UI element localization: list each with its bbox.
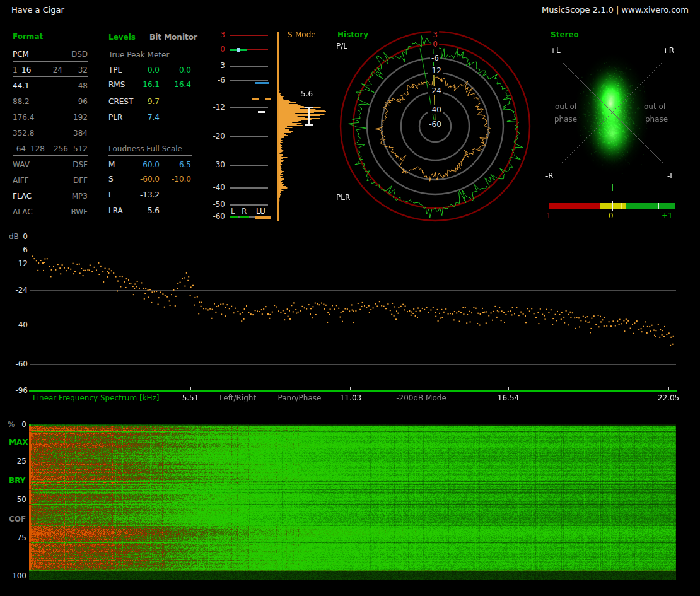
spectrum-ytick--24: -24	[8, 286, 28, 295]
meter-label-lu: LU	[256, 207, 265, 216]
meter-scale-label-0: 0	[208, 45, 225, 54]
dsd-rate-option-128: 128	[27, 144, 45, 153]
spectrum-mode-pano-phase[interactable]: Pano/Phase	[262, 394, 337, 402]
loudness-value2-S: -10.0	[156, 175, 191, 184]
history-ring-label--40: -40	[428, 105, 443, 114]
levels-separator-1	[108, 62, 192, 62]
musicscope-window: Have a Cigar MusicScope 2.1.0 | www.xive…	[0, 0, 700, 596]
out-of-phase-left-2: phase	[554, 115, 577, 124]
spectrum-xtick-22.05: 22.05	[653, 394, 684, 402]
s-mode-toggle[interactable]: S-Mode	[288, 30, 316, 39]
spectrogram-canvas	[29, 424, 676, 580]
out-of-phase-left-1: out of	[555, 102, 577, 111]
truepeak-value1-RMS: -16.1	[122, 80, 160, 89]
loudness-value1-S: -60.0	[122, 175, 160, 184]
spectrum-ytick--12: -12	[8, 259, 28, 268]
tab-bit-monitor[interactable]: Bit Monitor	[149, 33, 197, 42]
peak-marker-cyan	[237, 48, 240, 52]
app-version-info: MusicScope 2.1.0 | www.xivero.com	[542, 5, 689, 15]
spectrum-mode--200db-mode[interactable]: -200dB Mode	[383, 394, 459, 402]
spectrogram-mode-bry[interactable]: BRY	[9, 476, 25, 485]
loudness-value1-LRA: 5.6	[122, 206, 160, 215]
loudness-label-S: S	[108, 175, 114, 184]
spectrum-xtick-mark-16.54	[508, 387, 509, 390]
spectrogram-ytick-100: 100	[8, 571, 26, 580]
container-option-MP3: MP3	[50, 192, 88, 201]
format-separator-3	[13, 155, 88, 156]
format-separator-1	[13, 61, 88, 62]
loudness-value1-I: -13.2	[122, 190, 160, 199]
spectrogram-ytick-75: 75	[8, 534, 26, 542]
tab-levels[interactable]: Levels	[108, 33, 136, 42]
axis-label-plus-r: +R	[656, 46, 674, 55]
bits-option-32: 32	[68, 66, 88, 74]
truepeak-value1-TPL: 0.0	[122, 66, 160, 74]
history-ring-label--24: -24	[428, 86, 443, 95]
peak-marker-left	[230, 49, 237, 51]
meter-scale-line--20	[230, 136, 268, 137]
meter-scale-label-3: 3	[208, 30, 225, 39]
loudness-label-LRA: LRA	[108, 206, 123, 215]
correlation-zero-label: 0	[609, 211, 614, 220]
spectrum-xtick-mark-22.05	[668, 387, 669, 390]
loudness-label-M: M	[108, 160, 115, 169]
meter-scale-line--40	[230, 187, 268, 189]
spectrum-xtick-mark-5.51	[190, 387, 191, 390]
dsd-rate-option-64: 64	[11, 144, 26, 153]
rate-option-96: 96	[50, 97, 88, 106]
loudness-value2-M: -6.5	[156, 160, 191, 169]
truepeak-value1-PLR: 7.4	[122, 113, 160, 122]
rate-option-384: 384	[50, 129, 88, 137]
spectrum-ytick-0: 0	[8, 232, 28, 241]
meter-scale-label--20: -20	[208, 132, 225, 141]
history-ring-label--6: -6	[430, 54, 440, 62]
truepeak-value2-TPL: 0.0	[156, 66, 191, 74]
container-option-ALAC: ALAC	[13, 207, 50, 216]
track-title: Have a Cigar	[11, 5, 64, 15]
correlation-min-label: -1	[544, 211, 551, 220]
rate-option-44.1: 44.1	[13, 81, 50, 90]
container-option-BWF: BWF	[50, 207, 88, 216]
spectrum-dots-canvas	[30, 233, 677, 388]
meter-scale-line--50	[230, 204, 268, 206]
correlation-segment-3	[626, 203, 675, 209]
truepeak-value2-RMS: -16.4	[156, 80, 191, 89]
meter-scale-line--12	[230, 107, 268, 108]
meter-bar-right	[240, 216, 249, 218]
meter-scale-label--30: -30	[208, 160, 225, 169]
correlation-segment-1	[549, 203, 600, 209]
spectrogram-mode-max[interactable]: MAX	[9, 438, 28, 447]
momentary-marker	[255, 82, 269, 84]
spectrogram-mode-cof[interactable]: COF	[9, 515, 26, 523]
meter-scale-label--50: -50	[208, 200, 225, 209]
correlation-marker	[612, 201, 613, 211]
container-option-AIFF: AIFF	[13, 176, 50, 185]
spectrum-baseline	[29, 390, 677, 392]
codec-option-PCM: PCM	[13, 50, 50, 59]
truepeak-label-PLR: PLR	[108, 113, 122, 122]
history-ring-label--12: -12	[428, 66, 443, 75]
history-ring-label-3: 3	[431, 30, 439, 39]
history-ring-label--60: -60	[428, 120, 443, 129]
container-option-DSF: DSF	[50, 160, 88, 169]
meter-scale-line--6	[230, 80, 268, 81]
meter-scale-label--12: -12	[208, 103, 225, 112]
bits-option-24: 24	[47, 66, 62, 74]
spectrum-xtick-11.03: 11.03	[335, 394, 366, 402]
short-term-marker-2	[265, 98, 271, 100]
meter-scale-label--60: -60	[208, 212, 225, 221]
integrated-marker	[258, 111, 265, 113]
peak-marker-right	[240, 49, 247, 51]
lra-bracket-bottom	[305, 124, 313, 126]
short-term-marker-1	[252, 98, 259, 100]
dsd-rate-option-512: 512	[68, 144, 88, 153]
meter-scale-label--3: -3	[208, 61, 225, 70]
axis-label-minus-l: -L	[656, 172, 674, 180]
correlation-tick-2	[658, 203, 659, 209]
spectrogram-ytick-25: 25	[8, 457, 26, 465]
spectrum-title: Linear Frequency Spectrum [kHz]	[33, 394, 160, 402]
rate-option-176.4: 176.4	[13, 113, 50, 122]
true-peak-heading: True Peak Meter	[108, 50, 169, 59]
correlation-center-tick	[612, 184, 613, 191]
lra-bracket-line	[308, 107, 310, 126]
